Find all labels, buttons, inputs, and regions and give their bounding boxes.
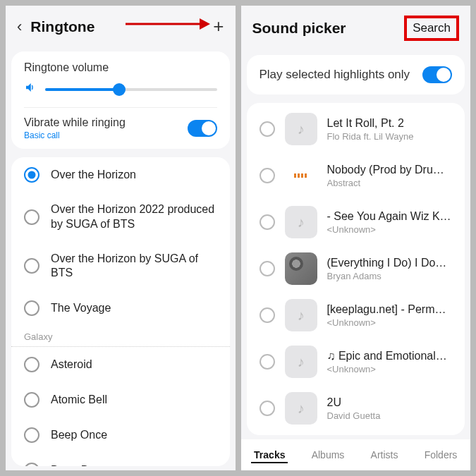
ringtone-item[interactable]: Over the Horizon 2022 produced by SUGA o… [11,193,230,242]
svg-rect-5 [305,173,307,178]
add-icon[interactable]: + [213,16,224,37]
ringtone-label: Over the Horizon by SUGA of BTS [51,252,217,281]
ringtone-item[interactable]: Beep-Beep [11,453,230,466]
volume-icon [24,81,37,97]
radio-icon[interactable] [260,261,275,276]
ringtone-item[interactable]: Over the Horizon by SUGA of BTS [11,242,230,291]
back-icon[interactable]: ‹ [17,18,22,36]
radio-icon[interactable] [260,307,275,323]
group-label: Galaxy [11,326,230,347]
radio-icon[interactable] [260,401,275,416]
track-item[interactable]: (Everything I Do) I Do… Bryan Adams [247,245,465,292]
highlight-toggle[interactable] [422,66,452,83]
search-button[interactable]: Search [404,16,459,41]
ringtone-item[interactable]: Over the Horizon [11,157,230,193]
highlight-label: Play selected highlights only [260,68,410,82]
svg-rect-2 [294,173,296,178]
ringtone-label: Asteroid [51,358,92,372]
sound-picker-screen: Sound picker Search Play selected highli… [241,6,471,470]
header: ‹ Ringtone + [6,6,236,47]
track-item[interactable]: Nobody (Prod by Dru… Abstract [247,152,465,199]
radio-icon[interactable] [24,392,39,408]
album-art [285,252,317,285]
track-item[interactable]: ♪ [keeplagu.net] - Perm… <Unknown> [247,292,465,338]
track-title: 2U [327,396,453,409]
track-artist: <Unknown> [327,224,453,235]
track-title: - See You Again Wiz K… [327,210,453,223]
radio-icon[interactable] [24,427,39,443]
album-art: ♪ [285,392,317,425]
ringtone-label: Atomic Bell [51,393,107,408]
album-art: ♪ [285,346,317,378]
track-item[interactable]: ♪ ♫ Epic and Emotional… <Unknown> [247,338,465,385]
track-artist: <Unknown> [327,317,453,328]
radio-icon[interactable] [24,357,39,372]
track-item[interactable]: ♪ 2U David Guetta [247,385,465,432]
ringtone-label: The Voyage [51,301,111,316]
radio-icon[interactable] [260,168,275,183]
vibrate-row[interactable]: Vibrate while ringing Basic call [11,108,230,149]
track-title: ♫ Epic and Emotional… [327,350,453,362]
album-art: ♪ [285,113,317,145]
volume-row [24,81,217,97]
ringtone-item[interactable]: Beep Once [11,417,230,453]
ringtone-item[interactable]: Asteroid [11,347,230,382]
ringtone-label: Over the Horizon [51,168,136,183]
track-artist: Flo Rida ft. Lil Wayne [327,131,453,142]
track-title: [keeplagu.net] - Perm… [327,303,453,316]
annotation-arrow [126,16,210,32]
tab-tracks[interactable]: Tracks [251,448,288,463]
radio-icon[interactable] [24,167,39,183]
page-title: Sound picker [252,20,346,37]
tab-folders[interactable]: Folders [422,448,460,463]
track-item[interactable]: ♪ - See You Again Wiz K… <Unknown> [247,199,465,245]
tab-albums[interactable]: Albums [309,448,348,463]
track-title: Let It Roll, Pt. 2 [327,117,453,130]
vibrate-label: Vibrate while ringing [24,116,126,129]
track-artist: Bryan Adams [327,271,453,281]
svg-marker-1 [200,18,210,30]
header: Sound picker Search [241,6,471,51]
track-list: ♪ Let It Roll, Pt. 2 Flo Rida ft. Lil Wa… [247,103,465,435]
ringtone-item[interactable]: Atomic Bell [11,382,230,417]
radio-icon[interactable] [260,354,275,370]
track-artist: David Guetta [327,410,453,421]
album-art: ♪ [285,299,317,331]
page-title: Ringtone [30,18,94,35]
radio-icon[interactable] [24,258,39,274]
volume-slider[interactable] [45,88,217,91]
svg-rect-3 [298,173,300,178]
track-title: Nobody (Prod by Dru… [327,164,453,176]
radio-icon[interactable] [260,121,275,137]
radio-icon[interactable] [24,209,39,225]
ringtone-list: Over the Horizon Over the Horizon 2022 p… [11,157,230,466]
tab-artists[interactable]: Artists [368,448,401,463]
volume-section: Ringtone volume [11,51,230,107]
ringtone-screen: ‹ Ringtone + Ringtone volume Vibrate [6,6,236,470]
slider-thumb[interactable] [113,83,126,96]
radio-icon[interactable] [24,300,39,316]
album-art [285,159,317,192]
ringtone-label: Beep-Beep [51,463,107,466]
ringtone-label: Over the Horizon 2022 produced by SUGA o… [51,202,217,232]
vibrate-toggle[interactable] [188,120,217,137]
track-artist: Abstract [327,178,453,188]
ringtone-label: Beep Once [51,428,107,443]
vibrate-sublabel: Basic call [24,130,126,140]
volume-card: Ringtone volume Vibrate while ringing Ba… [11,51,230,149]
track-artist: <Unknown> [327,364,453,374]
radio-icon[interactable] [260,214,275,230]
track-title: (Everything I Do) I Do… [327,257,453,269]
album-art: ♪ [285,206,317,238]
volume-label: Ringtone volume [24,61,217,74]
track-item[interactable]: ♪ Let It Roll, Pt. 2 Flo Rida ft. Lil Wa… [247,106,465,152]
ringtone-item[interactable]: The Voyage [11,291,230,326]
svg-rect-4 [301,173,303,178]
radio-icon[interactable] [24,463,39,466]
highlight-card[interactable]: Play selected highlights only [247,55,465,94]
bottom-tabs: Tracks Albums Artists Folders [241,439,471,470]
